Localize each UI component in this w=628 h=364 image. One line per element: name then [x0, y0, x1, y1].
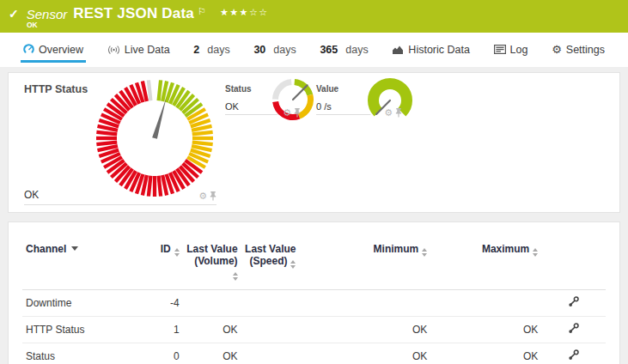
- status-check-icon: ✓: [9, 7, 19, 21]
- channel-id: -4: [145, 290, 183, 317]
- sort-icon: [174, 248, 180, 257]
- page-title: REST JSON Data: [73, 5, 194, 22]
- last-value-volume: [183, 290, 241, 317]
- tab-historic-data[interactable]: Historic Data: [389, 38, 473, 63]
- column-header-id[interactable]: ID: [145, 231, 183, 290]
- table-row-http-status[interactable]: HTTP Status 1 OK OK OK: [22, 317, 606, 343]
- minimum-value: [299, 290, 430, 317]
- last-value-speed: [241, 317, 300, 343]
- sensor-header: ✓ Sensor REST JSON Data ⚐ ★★★☆☆ OK: [0, 0, 628, 33]
- log-icon: [494, 45, 506, 54]
- gear-icon: ⚙: [552, 44, 562, 55]
- gauge-value: OK: [225, 101, 239, 112]
- sort-icon: [290, 260, 296, 269]
- minimum-value: OK: [299, 317, 430, 343]
- flag-icon[interactable]: ⚐: [198, 6, 206, 17]
- http-status-gauge-block: HTTP Status OK ⚙: [24, 83, 216, 205]
- live-signal-icon: [107, 45, 120, 55]
- tab-live-data[interactable]: Live Data: [105, 38, 173, 63]
- maximum-value: [430, 290, 541, 317]
- tab-label: Overview: [39, 44, 83, 56]
- channels-table: Channel ID Last Value (Volume) Last Valu…: [22, 231, 606, 364]
- historic-chart-icon: [392, 45, 404, 55]
- gauge-title: HTTP Status: [24, 83, 216, 95]
- last-value-speed: [241, 343, 300, 364]
- tab-label: Historic Data: [408, 44, 470, 56]
- channel-settings-icon[interactable]: [568, 323, 579, 334]
- column-header-minimum[interactable]: Minimum: [299, 231, 430, 290]
- table-row-status[interactable]: Status 0 OK OK OK: [22, 343, 606, 364]
- status-gauge-block: Status OK ⚙: [225, 84, 301, 115]
- channel-name: Downtime: [22, 290, 145, 317]
- overview-gauges-panel: HTTP Status OK ⚙ Status OK ⚙: [8, 72, 620, 213]
- maximum-value: OK: [430, 343, 541, 364]
- channel-settings-icon[interactable]: [568, 349, 579, 361]
- gauge-icon: [23, 44, 34, 55]
- tab-overview[interactable]: Overview: [21, 38, 86, 63]
- tab-label: Settings: [566, 44, 605, 56]
- tab-number: 2: [193, 44, 199, 56]
- table-row-downtime[interactable]: Downtime -4: [22, 290, 606, 317]
- prtg-sensor-page: ✓ Sensor REST JSON Data ⚐ ★★★☆☆ OK Overv…: [0, 0, 628, 364]
- http-status-gauge: [95, 78, 215, 198]
- tab-log[interactable]: Log: [491, 38, 531, 63]
- channel-name: HTTP Status: [22, 317, 145, 343]
- tab-label: days: [207, 44, 229, 56]
- tab-label: Live Data: [125, 44, 170, 56]
- last-value-volume: OK: [183, 317, 241, 343]
- priority-stars[interactable]: ★★★☆☆: [220, 7, 269, 18]
- pin-icon[interactable]: [294, 108, 301, 118]
- channels-table-panel: Channel ID Last Value (Volume) Last Valu…: [8, 221, 620, 364]
- status-badge: OK: [27, 21, 38, 29]
- tab-number: 30: [253, 44, 265, 56]
- pin-icon[interactable]: [210, 191, 216, 201]
- column-header-maximum[interactable]: Maximum: [430, 231, 541, 290]
- gauge-settings-gear-icon[interactable]: ⚙: [283, 108, 291, 118]
- tab-label: days: [345, 44, 368, 56]
- gauge-settings-gear-icon[interactable]: ⚙: [384, 108, 393, 118]
- sort-icon: [422, 248, 427, 257]
- object-kind-label: Sensor: [27, 7, 68, 21]
- tab-number: 365: [320, 44, 338, 56]
- channel-id: 0: [145, 343, 183, 364]
- channel-id: 1: [145, 317, 183, 343]
- gauge-value: OK: [24, 189, 39, 201]
- column-header-last-value-volume[interactable]: Last Value (Volume): [183, 231, 241, 290]
- sort-icon: [233, 272, 238, 281]
- sort-desc-icon: [71, 246, 78, 251]
- channel-settings-icon[interactable]: [568, 296, 579, 307]
- gauge-value: 0 /s: [316, 101, 332, 112]
- tab-2-days[interactable]: 2days: [191, 38, 232, 63]
- tab-30-days[interactable]: 30days: [251, 38, 298, 63]
- column-header-channel[interactable]: Channel: [22, 231, 145, 290]
- gauge-settings-gear-icon[interactable]: ⚙: [198, 191, 207, 201]
- tab-label: days: [273, 44, 296, 56]
- channel-name: Status: [22, 343, 145, 364]
- pin-icon[interactable]: [395, 108, 402, 118]
- last-value-speed: [241, 290, 300, 317]
- tab-label: Log: [510, 44, 528, 56]
- tab-365-days[interactable]: 365days: [317, 38, 370, 63]
- minimum-value: OK: [299, 343, 430, 364]
- column-header-last-value-speed[interactable]: Last Value (Speed): [241, 231, 300, 290]
- value-gauge-block: Value 0 /s ⚙: [316, 84, 402, 115]
- sort-icon: [533, 248, 538, 257]
- tab-bar: Overview Live Data 2days 30days 365days: [0, 33, 628, 67]
- column-header-actions: [541, 231, 606, 290]
- tab-settings[interactable]: ⚙ Settings: [549, 38, 607, 63]
- maximum-value: OK: [430, 317, 541, 343]
- last-value-volume: OK: [183, 343, 241, 364]
